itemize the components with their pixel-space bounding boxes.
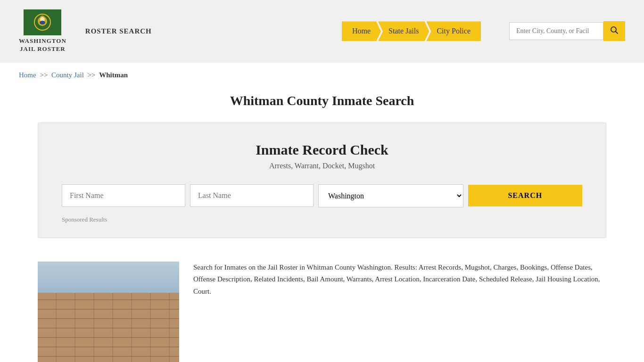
washington-flag-icon	[24, 9, 61, 35]
building-illustration	[38, 262, 179, 362]
building-image	[38, 262, 179, 362]
breadcrumb-home-link[interactable]: Home	[19, 71, 36, 79]
breadcrumb-sep-2: >>	[88, 71, 96, 79]
breadcrumb: Home >> County Jail >> Whitman	[0, 63, 644, 84]
search-form-row: AlabamaAlaskaArizonaArkansasCaliforniaCo…	[62, 184, 582, 207]
sponsored-label: Sponsored Results	[62, 216, 582, 223]
svg-line-8	[616, 32, 618, 34]
card-subtitle: Arrests, Warrant, Docket, Mugshot	[62, 162, 582, 170]
search-button[interactable]: SEARCH	[468, 185, 582, 206]
header-search-area	[509, 21, 625, 41]
breadcrumb-sep-1: >>	[40, 71, 48, 79]
breadcrumb-current: Whitman	[99, 71, 128, 79]
header-search-input[interactable]	[509, 22, 603, 40]
content-description: Search for Inmates on the Jail Roster in…	[193, 262, 606, 298]
search-icon	[610, 26, 619, 34]
nav-city-police-button[interactable]: City Police	[426, 21, 481, 41]
content-section: Search for Inmates on the Jail Roster in…	[0, 252, 644, 362]
roster-search-label: ROSTER SEARCH	[85, 27, 152, 35]
search-card: Inmate Record Check Arrests, Warrant, Do…	[38, 123, 606, 238]
breadcrumb-county-jail-link[interactable]: County Jail	[51, 71, 84, 79]
header-search-button[interactable]	[603, 21, 625, 41]
last-name-input[interactable]	[190, 184, 314, 207]
site-header: WASHINGTON JAIL ROSTER ROSTER SEARCH Hom…	[0, 0, 644, 63]
nav-home-button[interactable]: Home	[342, 21, 381, 41]
first-name-input[interactable]	[62, 184, 185, 207]
site-logo[interactable]: WASHINGTON JAIL ROSTER	[19, 9, 66, 53]
logo-text: WASHINGTON JAIL ROSTER	[19, 37, 66, 53]
page-title: Whitman County Inmate Search	[0, 93, 644, 108]
nav-state-jails-button[interactable]: State Jails	[378, 21, 429, 41]
card-title: Inmate Record Check	[62, 142, 582, 158]
main-nav: Home State Jails City Police	[342, 21, 481, 41]
state-select[interactable]: AlabamaAlaskaArizonaArkansasCaliforniaCo…	[318, 184, 463, 207]
svg-point-6	[40, 21, 45, 25]
